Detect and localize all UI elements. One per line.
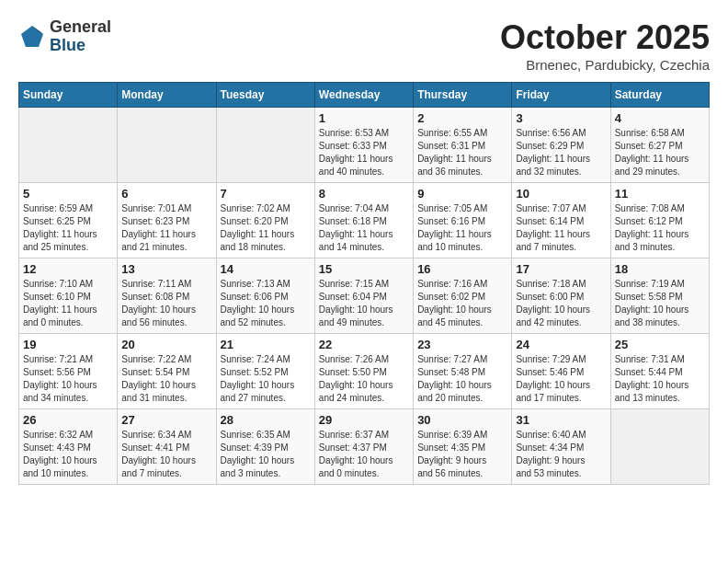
location-subtitle: Brnenec, Pardubicky, Czechia: [500, 57, 710, 73]
calendar-cell: 2Sunrise: 6:55 AM Sunset: 6:31 PM Daylig…: [414, 108, 512, 183]
calendar-cell: [610, 409, 709, 485]
calendar-cell: [19, 108, 118, 183]
logo: General Blue: [18, 18, 111, 55]
calendar-cell: 31Sunrise: 6:40 AM Sunset: 4:34 PM Dayli…: [512, 409, 610, 485]
day-info: Sunrise: 7:08 AM Sunset: 6:12 PM Dayligh…: [615, 202, 705, 254]
calendar-cell: 19Sunrise: 7:21 AM Sunset: 5:56 PM Dayli…: [19, 334, 118, 409]
calendar-cell: 22Sunrise: 7:26 AM Sunset: 5:50 PM Dayli…: [314, 334, 413, 409]
calendar-cell: [118, 108, 216, 183]
calendar-cell: 15Sunrise: 7:15 AM Sunset: 6:04 PM Dayli…: [314, 259, 413, 334]
day-info: Sunrise: 7:27 AM Sunset: 5:48 PM Dayligh…: [417, 353, 507, 405]
day-info: Sunrise: 6:59 AM Sunset: 6:25 PM Dayligh…: [23, 202, 113, 254]
day-info: Sunrise: 6:32 AM Sunset: 4:43 PM Dayligh…: [23, 429, 113, 480]
calendar-cell: 16Sunrise: 7:16 AM Sunset: 6:02 PM Dayli…: [414, 259, 512, 334]
day-number: 19: [23, 338, 113, 351]
day-info: Sunrise: 6:37 AM Sunset: 4:37 PM Dayligh…: [319, 429, 409, 480]
header-day-sunday: Sunday: [19, 83, 118, 108]
calendar-cell: 1Sunrise: 6:53 AM Sunset: 6:33 PM Daylig…: [314, 108, 413, 183]
calendar-cell: 4Sunrise: 6:58 AM Sunset: 6:27 PM Daylig…: [610, 108, 709, 183]
day-number: 20: [121, 338, 211, 351]
page-header: General Blue October 2025 Brnenec, Pardu…: [18, 18, 710, 73]
day-number: 18: [615, 262, 705, 276]
day-info: Sunrise: 7:05 AM Sunset: 6:16 PM Dayligh…: [417, 202, 507, 254]
header-row: SundayMondayTuesdayWednesdayThursdayFrid…: [19, 83, 710, 108]
calendar-cell: 30Sunrise: 6:39 AM Sunset: 4:35 PM Dayli…: [414, 409, 512, 485]
calendar-cell: 29Sunrise: 6:37 AM Sunset: 4:37 PM Dayli…: [314, 409, 413, 485]
day-number: 29: [319, 413, 409, 427]
calendar-week-2: 5Sunrise: 6:59 AM Sunset: 6:25 PM Daylig…: [19, 183, 710, 259]
day-number: 22: [319, 338, 409, 351]
header-day-wednesday: Wednesday: [314, 83, 413, 108]
day-info: Sunrise: 7:19 AM Sunset: 5:58 PM Dayligh…: [615, 278, 705, 329]
header-day-saturday: Saturday: [610, 83, 709, 108]
day-number: 7: [221, 187, 311, 201]
calendar-cell: 25Sunrise: 7:31 AM Sunset: 5:44 PM Dayli…: [610, 334, 709, 409]
day-number: 8: [319, 187, 409, 201]
day-number: 23: [417, 338, 507, 351]
svg-marker-0: [21, 26, 43, 47]
day-number: 2: [417, 111, 507, 125]
day-number: 12: [23, 262, 113, 276]
day-info: Sunrise: 6:56 AM Sunset: 6:29 PM Dayligh…: [516, 127, 606, 178]
day-number: 31: [516, 413, 606, 427]
calendar-week-1: 1Sunrise: 6:53 AM Sunset: 6:33 PM Daylig…: [19, 108, 710, 183]
day-number: 25: [615, 338, 705, 351]
day-info: Sunrise: 7:11 AM Sunset: 6:08 PM Dayligh…: [121, 278, 211, 329]
day-number: 14: [221, 262, 311, 276]
calendar-cell: 6Sunrise: 7:01 AM Sunset: 6:23 PM Daylig…: [118, 183, 216, 259]
day-info: Sunrise: 7:13 AM Sunset: 6:06 PM Dayligh…: [221, 278, 311, 329]
day-info: Sunrise: 7:31 AM Sunset: 5:44 PM Dayligh…: [615, 353, 705, 405]
day-info: Sunrise: 7:24 AM Sunset: 5:52 PM Dayligh…: [221, 353, 311, 405]
day-number: 3: [516, 111, 606, 125]
day-info: Sunrise: 6:35 AM Sunset: 4:39 PM Dayligh…: [221, 429, 311, 480]
header-day-thursday: Thursday: [414, 83, 512, 108]
day-number: 30: [417, 413, 507, 427]
day-info: Sunrise: 7:02 AM Sunset: 6:20 PM Dayligh…: [221, 202, 311, 254]
day-number: 27: [121, 413, 211, 427]
calendar-cell: 17Sunrise: 7:18 AM Sunset: 6:00 PM Dayli…: [512, 259, 610, 334]
calendar-body: 1Sunrise: 6:53 AM Sunset: 6:33 PM Daylig…: [19, 108, 710, 485]
day-number: 6: [121, 187, 211, 201]
day-number: 4: [615, 111, 705, 125]
day-number: 9: [417, 187, 507, 201]
calendar-cell: 10Sunrise: 7:07 AM Sunset: 6:14 PM Dayli…: [512, 183, 610, 259]
day-number: 13: [121, 262, 211, 276]
day-info: Sunrise: 7:21 AM Sunset: 5:56 PM Dayligh…: [23, 353, 113, 405]
day-info: Sunrise: 6:53 AM Sunset: 6:33 PM Dayligh…: [319, 127, 409, 178]
day-info: Sunrise: 6:40 AM Sunset: 4:34 PM Dayligh…: [516, 429, 606, 480]
calendar-cell: [216, 108, 314, 183]
day-info: Sunrise: 7:16 AM Sunset: 6:02 PM Dayligh…: [417, 278, 507, 329]
day-number: 26: [23, 413, 113, 427]
day-number: 5: [23, 187, 113, 201]
logo-blue-text: Blue: [50, 37, 111, 55]
day-info: Sunrise: 7:29 AM Sunset: 5:46 PM Dayligh…: [516, 353, 606, 405]
day-number: 28: [221, 413, 311, 427]
day-info: Sunrise: 6:34 AM Sunset: 4:41 PM Dayligh…: [121, 429, 211, 480]
calendar-cell: 21Sunrise: 7:24 AM Sunset: 5:52 PM Dayli…: [216, 334, 314, 409]
header-day-tuesday: Tuesday: [216, 83, 314, 108]
day-number: 16: [417, 262, 507, 276]
day-number: 24: [516, 338, 606, 351]
title-section: October 2025 Brnenec, Pardubicky, Czechi…: [500, 18, 710, 73]
day-info: Sunrise: 7:15 AM Sunset: 6:04 PM Dayligh…: [319, 278, 409, 329]
day-info: Sunrise: 7:01 AM Sunset: 6:23 PM Dayligh…: [121, 202, 211, 254]
calendar-cell: 14Sunrise: 7:13 AM Sunset: 6:06 PM Dayli…: [216, 259, 314, 334]
day-number: 11: [615, 187, 705, 201]
day-number: 21: [221, 338, 311, 351]
day-number: 10: [516, 187, 606, 201]
calendar-week-3: 12Sunrise: 7:10 AM Sunset: 6:10 PM Dayli…: [19, 259, 710, 334]
day-info: Sunrise: 7:26 AM Sunset: 5:50 PM Dayligh…: [319, 353, 409, 405]
day-info: Sunrise: 7:07 AM Sunset: 6:14 PM Dayligh…: [516, 202, 606, 254]
day-info: Sunrise: 7:18 AM Sunset: 6:00 PM Dayligh…: [516, 278, 606, 329]
day-info: Sunrise: 6:39 AM Sunset: 4:35 PM Dayligh…: [417, 429, 507, 480]
calendar-cell: 8Sunrise: 7:04 AM Sunset: 6:18 PM Daylig…: [314, 183, 413, 259]
calendar-table: SundayMondayTuesdayWednesdayThursdayFrid…: [18, 82, 710, 485]
calendar-cell: 24Sunrise: 7:29 AM Sunset: 5:46 PM Dayli…: [512, 334, 610, 409]
calendar-cell: 27Sunrise: 6:34 AM Sunset: 4:41 PM Dayli…: [118, 409, 216, 485]
calendar-cell: 26Sunrise: 6:32 AM Sunset: 4:43 PM Dayli…: [19, 409, 118, 485]
day-info: Sunrise: 7:10 AM Sunset: 6:10 PM Dayligh…: [23, 278, 113, 329]
day-info: Sunrise: 6:58 AM Sunset: 6:27 PM Dayligh…: [615, 127, 705, 178]
day-info: Sunrise: 7:04 AM Sunset: 6:18 PM Dayligh…: [319, 202, 409, 254]
calendar-cell: 3Sunrise: 6:56 AM Sunset: 6:29 PM Daylig…: [512, 108, 610, 183]
calendar-week-4: 19Sunrise: 7:21 AM Sunset: 5:56 PM Dayli…: [19, 334, 710, 409]
